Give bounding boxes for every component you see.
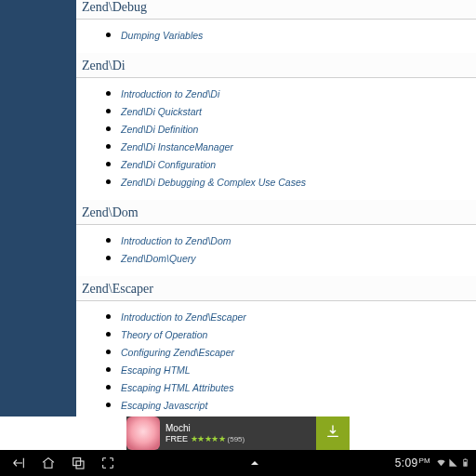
main-content[interactable]: Zend\DebugDumping VariablesZend\DiIntrod… <box>76 0 476 416</box>
doc-link[interactable]: Zend\Di Definition <box>121 124 198 135</box>
doc-scroll: Zend\DebugDumping VariablesZend\DiIntrod… <box>76 0 476 416</box>
section-header: Zend\Di <box>76 53 476 78</box>
doc-link[interactable]: Zend\Di Debugging & Complex Use Cases <box>121 177 306 188</box>
recent-apps-icon[interactable] <box>71 456 86 470</box>
list-item: Escaping Javascript <box>121 396 476 413</box>
ad-text: Mochi FREE ★★★★★ (595) <box>160 416 316 450</box>
nav-right: 5:09PM <box>395 456 476 469</box>
ad-subline: FREE ★★★★★ (595) <box>165 434 316 443</box>
ad-rating-count: (595) <box>228 435 245 443</box>
doc-link[interactable]: Escaping HTML <box>121 364 191 376</box>
nav-left <box>0 456 115 470</box>
wifi-icon <box>436 457 446 469</box>
list-item: Escaping Cascading Style Sheets <box>121 414 476 416</box>
list-item: Zend\Di Definition <box>121 120 476 137</box>
download-icon <box>325 424 340 443</box>
doc-link[interactable]: Dumping Variables <box>121 30 203 41</box>
back-icon[interactable] <box>11 456 26 470</box>
section-body: Dumping Variables <box>76 20 476 53</box>
doc-link[interactable]: Zend\Di Quickstart <box>121 106 202 117</box>
svg-rect-1 <box>76 461 84 469</box>
ad-free-label: FREE <box>165 434 188 443</box>
ad-banner[interactable]: Mochi FREE ★★★★★ (595) <box>126 416 350 450</box>
list-item: Escaping HTML Attributes <box>121 378 476 395</box>
doc-link[interactable]: Zend\Dom\Query <box>121 253 196 264</box>
sidebar <box>0 0 76 416</box>
clock-ampm: PM <box>418 456 430 465</box>
section-body: Introduction to Zend\DomZend\Dom\Query <box>76 225 476 276</box>
section-header: Zend\Debug <box>76 0 476 20</box>
content-row: Zend\DebugDumping VariablesZend\DiIntrod… <box>0 0 476 416</box>
svg-rect-3 <box>465 458 467 459</box>
status-icons <box>436 457 470 469</box>
list-item: Dumping Variables <box>121 26 476 43</box>
list-item: Escaping HTML <box>121 361 476 377</box>
list-item: Introduction to Zend\Di <box>121 85 476 101</box>
list-item: Theory of Operation <box>121 325 476 342</box>
list-item: Zend\Di InstanceManager <box>121 138 476 154</box>
list-item: Introduction to Zend\Dom <box>121 231 476 248</box>
svg-rect-0 <box>73 458 81 466</box>
signal-icon <box>448 457 458 469</box>
list-item: Introduction to Zend\Escaper <box>121 308 476 324</box>
link-list: Introduction to Zend\EscaperTheory of Op… <box>121 308 476 416</box>
ad-title: Mochi <box>165 423 316 434</box>
app-root: Zend\DebugDumping VariablesZend\DiIntrod… <box>0 0 476 476</box>
list-item: Zend\Dom\Query <box>121 249 476 266</box>
system-navbar: 5:09PM <box>0 450 476 476</box>
section-body: Introduction to Zend\EscaperTheory of Op… <box>76 301 476 416</box>
doc-link[interactable]: Introduction to Zend\Dom <box>121 235 231 246</box>
doc-link[interactable]: Introduction to Zend\Di <box>121 88 219 99</box>
link-list: Dumping Variables <box>121 26 476 43</box>
doc-link[interactable]: Introduction to Zend\Escaper <box>121 311 246 323</box>
clock-time: 5:09 <box>395 456 418 469</box>
expand-up-icon[interactable] <box>247 456 262 470</box>
section-header: Zend\Escaper <box>76 276 476 301</box>
doc-link[interactable]: Zend\Di InstanceManager <box>121 141 233 152</box>
svg-rect-4 <box>464 461 467 466</box>
list-item: Zend\Di Quickstart <box>121 102 476 119</box>
list-item: Zend\Di Debugging & Complex Use Cases <box>121 173 476 190</box>
ad-app-icon <box>126 416 160 450</box>
download-button[interactable] <box>316 416 350 450</box>
list-item: Configuring Zend\Escaper <box>121 343 476 360</box>
battery-icon <box>460 457 470 469</box>
list-item: Zend\Di Configuration <box>121 155 476 172</box>
link-list: Introduction to Zend\DomZend\Dom\Query <box>121 231 476 266</box>
doc-link[interactable]: Escaping HTML Attributes <box>121 382 233 393</box>
link-list: Introduction to Zend\DiZend\Di Quickstar… <box>121 85 476 190</box>
clock: 5:09PM <box>395 456 430 469</box>
doc-link[interactable]: Escaping Javascript <box>121 400 207 411</box>
doc-link[interactable]: Configuring Zend\Escaper <box>121 347 234 358</box>
doc-link[interactable]: Zend\Di Configuration <box>121 159 216 170</box>
ad-stars: ★★★★★ <box>191 434 226 443</box>
section-body: Introduction to Zend\DiZend\Di Quickstar… <box>76 78 476 200</box>
section-header: Zend\Dom <box>76 200 476 225</box>
nav-center <box>115 456 395 470</box>
doc-link[interactable]: Theory of Operation <box>121 329 207 340</box>
ad-bar: Mochi FREE ★★★★★ (595) <box>0 416 476 450</box>
screenshot-icon[interactable] <box>100 456 115 470</box>
home-icon[interactable] <box>41 456 56 470</box>
